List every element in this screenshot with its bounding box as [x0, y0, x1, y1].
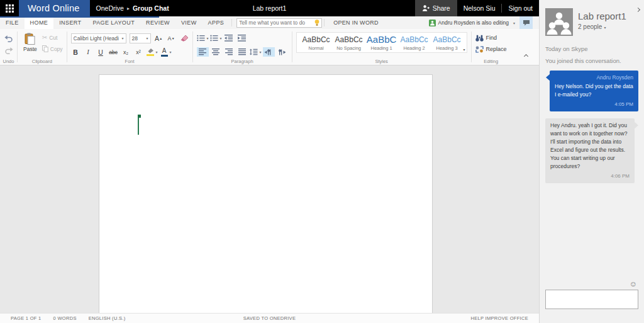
style-sample: AaBbCc [431, 35, 464, 45]
app-launcher-button[interactable] [0, 0, 19, 16]
paragraph-group-label: Paragraph [193, 59, 292, 64]
share-button[interactable]: Share [415, 0, 457, 16]
increase-indent-button[interactable] [236, 33, 248, 43]
message-time: 4:05 PM [555, 100, 633, 108]
style-name: Heading 2 [398, 45, 431, 51]
tabrow-divider [231, 19, 232, 26]
redo-icon [4, 47, 13, 54]
word-online-brand[interactable]: Word Online [19, 0, 90, 16]
strikethrough-button[interactable]: abc [109, 47, 118, 57]
comments-toggle-button[interactable] [519, 16, 533, 29]
highlight-color-button[interactable] [147, 47, 158, 57]
lightbulb-icon [314, 20, 319, 26]
top-bar: Word Online OneDrive ▸ Group Chat Lab re… [0, 0, 539, 16]
paste-clipboard-icon [25, 33, 35, 45]
sign-out-button[interactable]: Sign out [502, 0, 539, 16]
highlighter-pen-icon [147, 48, 154, 54]
style-no-spacing[interactable]: AaBbCc No Spacing [333, 35, 365, 51]
chat-message-outgoing: Hey Andru. yeah I got it. Did you want t… [545, 118, 635, 183]
copy-icon [42, 45, 48, 52]
coauthor-cursor-line [138, 118, 139, 135]
style-heading-1[interactable]: AaBbC Heading 1 [365, 35, 398, 51]
breadcrumb-folder-link[interactable]: Group Chat [133, 4, 169, 12]
underline-button[interactable]: U [96, 47, 106, 57]
main-column: Word Online OneDrive ▸ Group Chat Lab re… [0, 0, 539, 323]
undo-button[interactable] [4, 33, 13, 43]
emoji-picker-button[interactable]: ☺ [630, 280, 637, 288]
tab-view[interactable]: VIEW [175, 16, 203, 29]
replace-button[interactable]: Replace [475, 43, 507, 55]
font-color-button[interactable]: A [161, 47, 172, 57]
find-button[interactable]: Find [475, 32, 507, 43]
text-direction-ltr-button[interactable] [263, 47, 275, 57]
message-time: 4:06 PM [550, 172, 630, 180]
style-name: Heading 1 [365, 45, 398, 51]
align-right-button[interactable] [223, 47, 235, 57]
bold-button[interactable]: B [71, 47, 80, 57]
align-left-button[interactable] [197, 47, 209, 57]
signed-in-user[interactable]: Nelson Siu [457, 0, 502, 16]
decrease-indent-button[interactable] [223, 33, 235, 43]
cut-button[interactable]: ✂ Cut [42, 34, 63, 41]
breadcrumb: OneDrive ▸ Group Chat [96, 0, 169, 16]
font-color-bar [161, 55, 168, 57]
share-person-icon [422, 4, 430, 12]
line-spacing-button[interactable] [250, 47, 262, 57]
style-heading-2[interactable]: AaBbCc Heading 2 [398, 35, 431, 51]
tab-insert[interactable]: INSERT [53, 16, 87, 29]
breadcrumb-onedrive-link[interactable]: OneDrive [96, 4, 124, 12]
font-size-combo[interactable]: 28 [130, 33, 151, 43]
shrink-font-button[interactable]: A [167, 33, 176, 43]
style-normal[interactable]: AaBbCc Normal [300, 35, 333, 51]
save-status: SAVED TO ONEDRIVE [0, 315, 539, 321]
copy-button[interactable]: Copy [42, 45, 63, 52]
superscript-button[interactable]: x² [134, 47, 143, 57]
tab-apps[interactable]: APPS [203, 16, 230, 29]
tab-home[interactable]: HOME [25, 16, 54, 29]
redo-button[interactable] [4, 45, 13, 55]
clear-formatting-button[interactable] [179, 33, 189, 43]
clipboard-group: Paste ✂ Cut Copy Clipboard [18, 29, 67, 65]
tell-me-input[interactable] [239, 20, 314, 26]
grow-font-button[interactable]: A [154, 33, 164, 43]
subscript-button[interactable]: x₂ [121, 47, 131, 57]
tab-page-layout[interactable]: PAGE LAYOUT [87, 16, 140, 29]
participants-dropdown[interactable]: 2 people [578, 23, 626, 30]
paste-button[interactable]: Paste [21, 32, 39, 53]
styles-more-button[interactable]: ▾ [464, 47, 465, 52]
undo-group-label: Undo [0, 59, 17, 64]
help-improve-office-link[interactable]: HELP IMPROVE OFFICE [471, 315, 528, 321]
document-title: Lab report1 [157, 0, 382, 16]
open-in-word-button[interactable]: OPEN IN WORD [326, 16, 386, 29]
text-direction-ltr-icon [264, 49, 273, 55]
cut-label: Cut [49, 35, 57, 41]
styles-group-label: Styles [292, 59, 471, 64]
find-label: Find [486, 35, 497, 41]
font-family-combo[interactable]: Calibri Light (Headi [71, 33, 126, 43]
share-label: Share [433, 4, 450, 12]
justify-icon [238, 48, 247, 55]
style-sample: AaBbCc [300, 35, 333, 45]
collapse-ribbon-button[interactable] [525, 49, 528, 60]
group-avatar [545, 8, 573, 36]
document-page[interactable] [99, 74, 433, 313]
tab-review[interactable]: REVIEW [140, 16, 175, 29]
justify-button[interactable] [236, 47, 248, 57]
italic-button[interactable]: I [84, 47, 93, 57]
collapse-panel-button[interactable] [636, 3, 640, 14]
style-name: Normal [300, 45, 333, 51]
tab-file[interactable]: FILE [0, 16, 25, 29]
style-heading-3[interactable]: AaBbCc Heading 3 [431, 35, 464, 51]
text-direction-rtl-button[interactable] [276, 47, 288, 57]
align-center-button[interactable] [210, 47, 222, 57]
chevron-right-icon [636, 8, 640, 12]
bullets-button[interactable] [197, 33, 209, 43]
replace-label: Replace [486, 46, 507, 52]
chat-message-input[interactable] [545, 290, 638, 309]
ribbon-tab-row: FILE HOME INSERT PAGE LAYOUT REVIEW VIEW… [0, 16, 539, 29]
font-group: Calibri Light (Headi 28 A A B I U abc x₂… [67, 29, 192, 65]
increase-indent-icon [238, 35, 247, 42]
numbering-button[interactable] [210, 33, 222, 43]
chevron-up-icon [524, 54, 528, 59]
coauthor-status-dropdown[interactable]: Andru Roysden is also editing [429, 16, 515, 29]
